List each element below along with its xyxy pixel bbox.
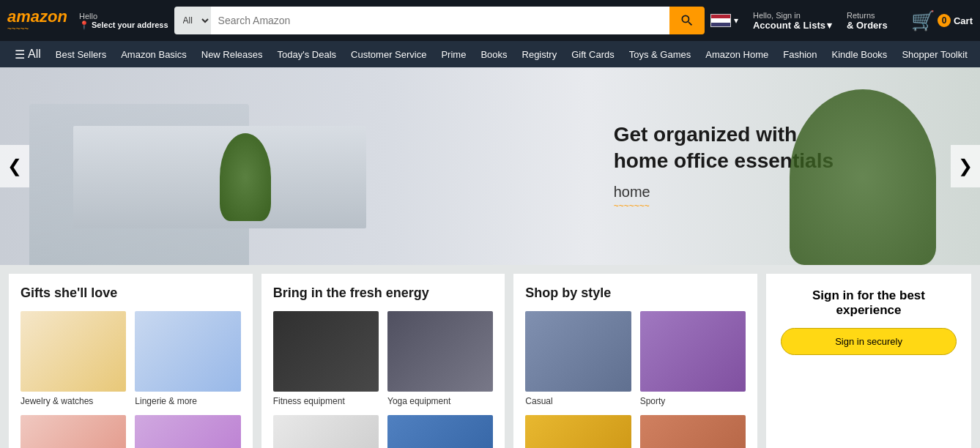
nav-amazon-home[interactable]: Amazon Home xyxy=(698,41,776,67)
hello-label: Hello xyxy=(79,12,168,20)
fitness-label: Fitness equipment xyxy=(273,396,379,406)
health-image xyxy=(273,415,379,448)
signin-title: Sign in for the best experience xyxy=(781,288,957,318)
returns-block[interactable]: Returns & Orders xyxy=(847,11,905,31)
gifts-grid: Jewelry & watches Lingerie & more Tops &… xyxy=(21,311,241,448)
style-title: Shop by style xyxy=(525,285,746,301)
nav-customer-service[interactable]: Customer Service xyxy=(344,41,434,67)
list-item[interactable]: Outdoors xyxy=(387,415,493,448)
cart-block[interactable]: 🛒 0 Cart xyxy=(911,10,973,32)
list-item[interactable]: Casual xyxy=(525,311,631,406)
gifts-title: Gifts she'll love xyxy=(21,285,241,301)
header: amazon ~~~~~ Hello 📍 Select your address… xyxy=(0,0,980,41)
search-icon xyxy=(680,13,694,28)
handbags-image xyxy=(135,415,240,448)
nav-todays-deals[interactable]: Today's Deals xyxy=(270,41,344,67)
list-item[interactable]: Fitness equipment xyxy=(273,311,379,406)
account-hello: Hello, Sign in xyxy=(753,11,841,20)
list-item[interactable]: Tops & blouses xyxy=(21,415,126,448)
list-item[interactable]: Cool xyxy=(525,415,631,448)
yoga-label: Yoga equipment xyxy=(387,396,493,406)
cool-image xyxy=(525,415,631,448)
sporty-label: Sporty xyxy=(640,396,746,406)
flag-dropdown-icon: ▾ xyxy=(734,15,738,26)
nav-sell[interactable]: Sell xyxy=(975,41,980,67)
logo-text: amazon xyxy=(7,9,67,25)
casual-label: Casual xyxy=(525,396,631,406)
style-card: Shop by style Casual Sporty Cool Boho xyxy=(513,274,757,448)
nav-fashion[interactable]: Fashion xyxy=(776,41,824,67)
nav-bar: ☰ All Best Sellers Amazon Basics New Rel… xyxy=(0,41,980,67)
signin-card: Sign in for the best experience Sign in … xyxy=(766,274,971,448)
list-item[interactable]: Handbags xyxy=(135,415,240,448)
gifts-card: Gifts she'll love Jewelry & watches Ling… xyxy=(9,274,253,448)
nav-new-releases[interactable]: New Releases xyxy=(194,41,270,67)
menu-icon: ☰ xyxy=(15,48,25,61)
nav-best-sellers[interactable]: Best Sellers xyxy=(48,41,114,67)
cart-count: 0 xyxy=(938,14,951,27)
nav-registry[interactable]: Registry xyxy=(515,41,565,67)
list-item[interactable]: Boho xyxy=(640,415,746,448)
nav-gift-cards[interactable]: Gift Cards xyxy=(564,41,622,67)
search-button[interactable] xyxy=(669,7,705,34)
outdoors-image xyxy=(387,415,493,448)
list-item[interactable]: Sporty xyxy=(640,311,746,406)
nav-prime[interactable]: Prime xyxy=(434,41,473,67)
lingerie-image xyxy=(135,311,240,392)
amazon-logo[interactable]: amazon ~~~~~ xyxy=(7,9,73,33)
fresh-card: Bring in the fresh energy Fitness equipm… xyxy=(261,274,505,448)
banner-next-button[interactable]: ❯ xyxy=(951,145,980,187)
flag-icon xyxy=(710,14,731,27)
signin-button[interactable]: Sign in securely xyxy=(781,328,957,355)
nav-toys-games[interactable]: Toys & Games xyxy=(622,41,699,67)
logo-smile: ~~~~~ xyxy=(7,25,29,33)
jewelry-image xyxy=(21,311,126,392)
list-item[interactable]: Yoga equipment xyxy=(387,311,493,406)
fresh-title: Bring in the fresh energy xyxy=(273,285,494,301)
account-block[interactable]: Hello, Sign in Account & Lists ▾ xyxy=(753,11,841,31)
fresh-grid: Fitness equipment Yoga equipment Health … xyxy=(273,311,494,448)
list-item[interactable]: Lingerie & more xyxy=(135,311,240,406)
nav-amazon-basics[interactable]: Amazon Basics xyxy=(114,41,194,67)
address-block[interactable]: Hello 📍 Select your address xyxy=(79,12,168,30)
search-input[interactable] xyxy=(211,7,669,34)
returns-label: Returns xyxy=(847,11,905,20)
search-category-select[interactable]: All xyxy=(174,7,211,34)
orders-label: & Orders xyxy=(847,20,905,31)
casual-image xyxy=(525,311,631,392)
flag-block[interactable]: ▾ xyxy=(710,14,747,27)
search-bar: All xyxy=(174,7,705,34)
jewelry-label: Jewelry & watches xyxy=(21,396,126,406)
lingerie-label: Lingerie & more xyxy=(135,396,240,406)
nav-all[interactable]: ☰ All xyxy=(7,41,48,67)
cart-label: Cart xyxy=(954,15,973,26)
list-item[interactable]: Health & personal care xyxy=(273,415,379,448)
style-grid: Casual Sporty Cool Boho xyxy=(525,311,746,448)
nav-kindle-books[interactable]: Kindle Books xyxy=(824,41,894,67)
cart-icon: 🛒 xyxy=(911,10,935,32)
fitness-image xyxy=(273,311,379,392)
tops-image xyxy=(21,415,126,448)
account-dropdown-icon: ▾ xyxy=(827,20,832,31)
banner-prev-button[interactable]: ❮ xyxy=(0,145,29,187)
sporty-image xyxy=(640,311,746,392)
select-address: 📍 Select your address xyxy=(79,20,168,30)
account-main: Account & Lists ▾ xyxy=(753,20,841,31)
content-area: Gifts she'll love Jewelry & watches Ling… xyxy=(0,265,980,448)
boho-image xyxy=(640,415,746,448)
nav-shopper-toolkit[interactable]: Shopper Toolkit xyxy=(894,41,974,67)
list-item[interactable]: Jewelry & watches xyxy=(21,311,126,406)
nav-books[interactable]: Books xyxy=(473,41,514,67)
content-inner: Gifts she'll love Jewelry & watches Ling… xyxy=(0,265,980,448)
yoga-image xyxy=(387,311,493,392)
hero-banner: ❮ Get organized with home office essenti… xyxy=(0,67,980,265)
